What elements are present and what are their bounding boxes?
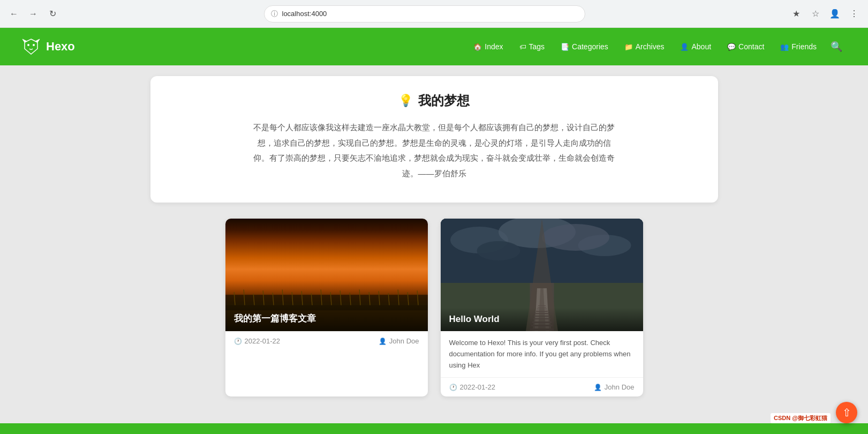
post2-title: Hello World: [449, 314, 500, 324]
logo-text: Hexo: [46, 40, 75, 54]
quote-card: 💡 我的梦想 不是每个人都应该像我这样去建造一座水晶大教堂，但是每个人都应该拥有…: [150, 76, 718, 203]
profile-button[interactable]: 👤: [827, 6, 842, 21]
post-card-2[interactable]: Hello World Welcome to Hexo! This is you…: [441, 219, 643, 396]
nav-links: 🏠 Index 🏷 Tags 📑 Categories 📁 Archives 👤…: [467, 38, 847, 56]
scroll-top-button[interactable]: ⇧: [836, 402, 857, 423]
svg-rect-47: [538, 305, 545, 306]
hexo-logo-icon: [21, 37, 41, 56]
clock-icon-2: 🕐: [449, 384, 457, 391]
svg-rect-42: [534, 316, 549, 317]
extensions-button[interactable]: ★: [789, 6, 804, 21]
url-text: localhost:4000: [282, 10, 327, 18]
post1-date: 🕐 2022-01-22: [234, 337, 281, 345]
nav-about[interactable]: 👤 About: [674, 39, 718, 54]
svg-point-32: [477, 241, 520, 260]
quote-title: 💡 我的梦想: [183, 92, 686, 109]
home-icon: 🏠: [473, 43, 482, 51]
svg-rect-41: [533, 318, 550, 319]
bookmark-button[interactable]: ☆: [808, 6, 823, 21]
search-button[interactable]: 🔍: [826, 38, 847, 56]
post1-meta: 🕐 2022-01-22 👤 John Doe: [225, 331, 428, 350]
svg-marker-37: [543, 288, 549, 331]
svg-marker-2: [35, 39, 40, 42]
site-nav: Hexo 🏠 Index 🏷 Tags 📑 Categories 📁 Archi…: [0, 28, 868, 65]
post1-author: 👤 John Doe: [379, 337, 419, 345]
quote-icon: 💡: [398, 94, 413, 108]
posts-grid: 我的第一篇博客文章 🕐 2022-01-22 👤 John Doe: [225, 219, 643, 396]
user-icon: 👤: [379, 338, 387, 345]
svg-point-3: [27, 44, 29, 46]
browser-toolbar: ★ ☆ 👤 ⋮: [789, 6, 862, 21]
post-image-railway: Hello World: [441, 219, 643, 331]
friends-icon: 👥: [780, 43, 789, 51]
svg-rect-46: [537, 307, 546, 308]
archives-icon: 📁: [624, 43, 633, 51]
quote-text: 不是每个人都应该像我这样去建造一座水晶大教堂，但是每个人都应该拥有自己的梦想，设…: [252, 120, 616, 181]
svg-rect-44: [536, 311, 548, 312]
categories-icon: 📑: [561, 43, 569, 51]
post2-title-overlay: Hello World: [441, 308, 643, 331]
post-card[interactable]: 我的第一篇博客文章 🕐 2022-01-22 👤 John Doe: [225, 219, 428, 396]
post2-date: 🕐 2022-01-22: [449, 383, 496, 391]
svg-marker-1: [22, 39, 27, 42]
post2-excerpt: Welcome to Hexo! This is your very first…: [441, 331, 643, 377]
svg-point-4: [33, 44, 35, 46]
about-icon: 👤: [680, 43, 689, 51]
nav-friends[interactable]: 👥 Friends: [774, 39, 823, 54]
forward-button[interactable]: →: [26, 6, 41, 21]
nav-archives[interactable]: 📁 Archives: [618, 39, 671, 54]
post2-author: 👤 John Doe: [594, 383, 635, 391]
svg-rect-43: [535, 313, 548, 314]
user-icon-2: 👤: [594, 384, 602, 391]
svg-rect-38: [530, 328, 554, 331]
clock-icon: 🕐: [234, 338, 242, 345]
site-logo[interactable]: Hexo: [21, 37, 75, 56]
nav-tags[interactable]: 🏷 Tags: [513, 39, 552, 54]
svg-rect-39: [531, 325, 553, 326]
main-content: 💡 我的梦想 不是每个人都应该像我这样去建造一座水晶大教堂，但是每个人都应该拥有…: [140, 65, 729, 407]
svg-marker-35: [532, 288, 552, 331]
post1-title-overlay: 我的第一篇博客文章: [225, 306, 428, 331]
address-bar[interactable]: ⓘ localhost:4000: [264, 5, 585, 23]
menu-button[interactable]: ⋮: [847, 6, 862, 21]
svg-rect-40: [532, 321, 552, 323]
svg-point-33: [542, 224, 609, 251]
browser-chrome: ← → ↻ ⓘ localhost:4000 ★ ☆ 👤 ⋮: [0, 0, 868, 28]
svg-rect-45: [537, 309, 547, 309]
back-button[interactable]: ←: [6, 6, 21, 21]
post1-title: 我的第一篇博客文章: [234, 313, 316, 324]
nav-contact[interactable]: 💬 Contact: [721, 39, 771, 54]
post-image-sunset: 我的第一篇博客文章: [225, 219, 428, 331]
tag-icon: 🏷: [519, 43, 526, 51]
reload-button[interactable]: ↻: [45, 6, 60, 21]
post2-meta: 🕐 2022-01-22 👤 John Doe: [441, 377, 643, 396]
svg-marker-36: [534, 288, 540, 331]
nav-categories[interactable]: 📑 Categories: [554, 39, 615, 54]
site-footer: Copyright © 2019-2022 John Doe | Powered…: [0, 423, 868, 434]
csdn-badge: CSDN @御七彩虹猫: [771, 413, 831, 423]
contact-icon: 💬: [727, 43, 736, 51]
nav-index[interactable]: 🏠 Index: [467, 39, 509, 54]
